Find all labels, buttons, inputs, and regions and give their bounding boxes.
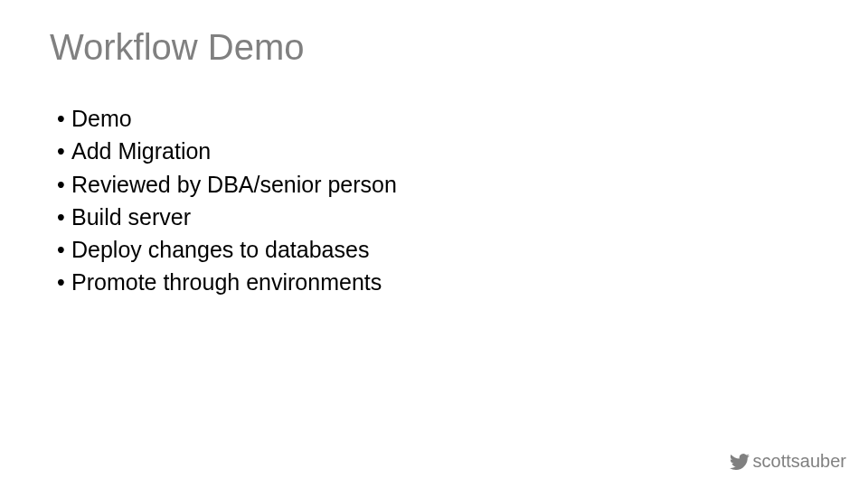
twitter-icon xyxy=(730,452,750,472)
bullet-item: Build server xyxy=(57,201,818,233)
bullet-item: Add Migration xyxy=(57,135,818,167)
footer-handle: scottsauber xyxy=(753,451,846,472)
slide-footer: scottsauber xyxy=(730,451,846,472)
bullet-item: Demo xyxy=(57,102,818,135)
bullet-list: Demo Add Migration Reviewed by DBA/senio… xyxy=(50,102,818,299)
slide-container: Workflow Demo Demo Add Migration Reviewe… xyxy=(0,0,868,488)
bullet-item: Reviewed by DBA/senior person xyxy=(57,168,818,201)
slide-title: Workflow Demo xyxy=(50,27,818,68)
bullet-item: Deploy changes to databases xyxy=(57,233,818,266)
bullet-item: Promote through environments xyxy=(57,266,818,298)
